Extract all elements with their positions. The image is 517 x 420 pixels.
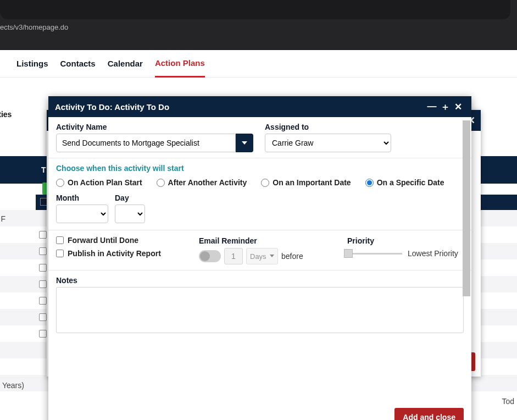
main-navbar: Listings Contacts Calendar Action Plans [0,50,517,78]
browser-chrome: ects/v3/homepage.do [0,0,517,49]
bg-row-checkbox[interactable] [39,330,47,338]
radio-label: On a Specific Date [377,178,444,187]
month-select[interactable] [56,205,108,223]
nav-listings[interactable]: Listings [16,51,48,76]
bg-row-checkbox[interactable] [39,280,47,288]
modal-title: Activity To Do: Activity To Do [55,102,425,112]
divider [48,230,471,230]
toggle-knob [200,251,210,261]
bg-bottom-label: ard (20 Years) [0,381,24,390]
radio-label: After Another Activity [168,178,247,187]
email-reminder-toggle[interactable] [199,250,221,262]
modal-body: Activity Name Assigned to Carrie Graw Ch… [48,117,471,336]
url-bar: ects/v3/homepage.do [0,23,68,31]
modal-header: Activity To Do: Activity To Do — ＋ ✕ [48,96,471,117]
day-select[interactable] [115,205,145,223]
activity-name-dropdown-button[interactable] [236,134,253,152]
radio-specific-date[interactable]: On a Specific Date [365,178,444,187]
assigned-to-select[interactable]: Carrie Graw [265,134,391,152]
bg-row-label: gh-Touch F [0,214,5,223]
divider [48,270,471,270]
forward-until-done-checkbox[interactable]: Forward Until Done [56,236,182,245]
bg-activities-label: s Activities [0,110,12,119]
chevron-down-icon [242,141,247,145]
publish-report-checkbox[interactable]: Publish in Activity Report [56,249,182,258]
start-radio-group: On Action Plan Start After Another Activ… [56,178,464,187]
radio-label: On an Important Date [273,178,351,187]
publish-checkbox-input[interactable] [56,250,64,257]
reminder-number-input[interactable] [224,248,243,264]
bg-row-checkbox[interactable] [39,231,47,239]
radio-important-date[interactable]: On an Important Date [261,178,351,187]
bg-stat-3: Tod [502,397,514,406]
radio-label: On Action Plan Start [68,178,142,187]
divider [48,158,471,158]
day-label: Day [115,194,145,202]
bg-col-t: T [41,165,46,174]
bg-row-checkbox[interactable] [39,297,47,305]
radio-after-activity[interactable]: After Another Activity [157,178,247,187]
email-reminder-label: Email Reminder [199,236,257,245]
modal-scrollbar[interactable] [463,120,470,400]
browser-tab [0,0,510,19]
month-label: Month [56,194,108,202]
start-section-title: Choose when this activity will start [56,164,464,173]
priority-label: Priority [347,236,374,245]
radio-important-date-input[interactable] [261,179,269,187]
notes-textarea[interactable] [56,287,464,333]
modal-footer: Add and close [48,402,471,420]
assigned-to-label: Assigned to [265,123,391,131]
scrollbar-thumb[interactable] [463,120,470,296]
bg-row-checkbox[interactable] [39,247,47,255]
radio-after-activity-input[interactable] [157,179,165,187]
nav-action-plans[interactable]: Action Plans [155,50,205,78]
radio-specific-date-input[interactable] [365,179,374,187]
activity-name-label: Activity Name [56,123,254,131]
checkbox-label: Publish in Activity Report [68,249,161,258]
checkbox-label: Forward Until Done [68,236,138,245]
activity-name-input[interactable] [56,134,236,152]
priority-slider[interactable] [347,253,402,255]
close-icon[interactable]: ✕ [452,101,465,113]
add-and-close-button[interactable]: Add and close [394,408,464,420]
slider-thumb[interactable] [344,249,353,258]
priority-value-label: Lowest Priority [408,249,458,258]
notes-label: Notes [56,276,464,285]
activity-modal: Activity To Do: Activity To Do — ＋ ✕ Act… [48,96,471,420]
radio-on-plan-start[interactable]: On Action Plan Start [56,178,142,187]
bg-row-checkbox[interactable] [39,313,47,321]
minimize-icon[interactable]: — [425,101,438,112]
reminder-suffix: before [281,252,303,261]
reminder-unit-select[interactable]: Days [246,248,278,264]
nav-contacts[interactable]: Contacts [60,51,96,76]
nav-calendar[interactable]: Calendar [108,51,143,76]
maximize-icon[interactable]: ＋ [438,101,452,113]
radio-on-plan-start-input[interactable] [56,179,64,187]
bg-row-checkbox[interactable] [39,264,47,272]
forward-checkbox-input[interactable] [56,236,64,244]
